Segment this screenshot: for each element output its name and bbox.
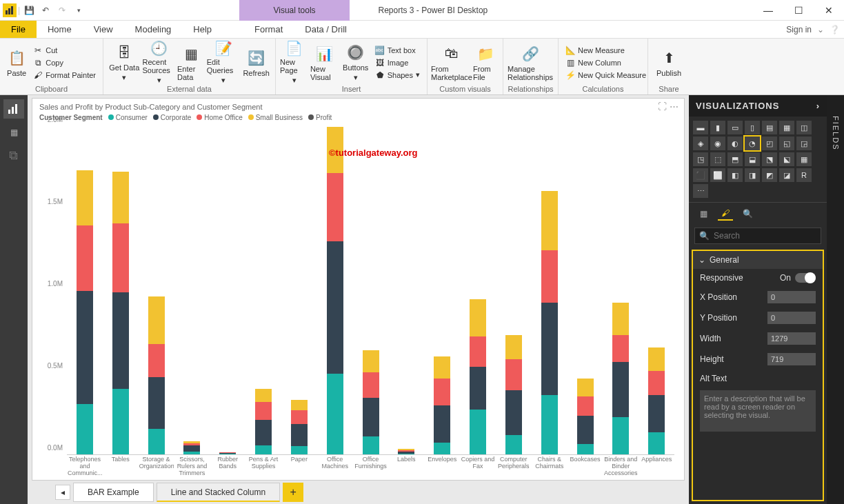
viz-type-0[interactable]: ▬ [693,121,708,134]
image-button[interactable]: 🖼Image [372,57,423,68]
get-data-button[interactable]: 🗄Get Data▾ [108,41,141,84]
publish-button[interactable]: ⬆Publish [652,41,685,84]
recent-sources-button[interactable]: 🕘Recent Sources▾ [143,41,177,84]
save-icon[interactable]: 💾 [21,3,37,18]
cut-button[interactable]: ✂Cut [30,45,99,56]
model-view-button[interactable]: ⿻ [3,146,24,165]
maximize-button[interactable]: ☐ [783,0,814,21]
modeling-tab[interactable]: Modeling [124,21,183,38]
viz-type-4[interactable]: ▤ [762,121,777,134]
chevron-down-icon[interactable]: ⌄ [817,25,824,34]
new-quick-measure-button[interactable]: ⚡New Quick Measure [563,70,649,81]
edit-queries-button[interactable]: 📝Edit Queries▾ [207,41,241,84]
more-options-icon[interactable]: ⋯ [670,101,679,112]
viz-type-24[interactable]: ◨ [745,168,760,182]
general-header[interactable]: ⌄General [693,251,823,269]
viz-type-25[interactable]: ◩ [762,168,777,182]
new-column-button[interactable]: ▥New Column [563,57,649,68]
view-tab[interactable]: View [83,21,124,38]
title-bar: | 💾 ↶ ↷ ▾ Visual tools Reports 3 - Power… [0,0,844,21]
chart-visual[interactable]: 0.0M0.5M1.0M1.5M2.0M Telephones and Comm… [39,127,677,477]
viz-type-16[interactable]: ⬒ [727,152,743,166]
viz-type-22[interactable]: ⬜ [710,168,725,182]
viz-type-17[interactable]: ⬓ [745,152,760,166]
viz-type-27[interactable]: R [796,168,812,182]
format-tab[interactable]: Format [243,21,294,38]
enter-data-button[interactable]: ▦Enter Data [177,41,205,84]
new-measure-button[interactable]: 📐New Measure [563,45,649,56]
buttons-button[interactable]: 🔘Buttons▾ [341,41,371,84]
format-painter-button[interactable]: 🖌Format Painter [30,70,99,81]
width-input[interactable] [767,332,816,345]
help-tab[interactable]: Help [182,21,223,38]
qat-customize-icon[interactable]: ▾ [71,3,86,18]
viz-type-5[interactable]: ▦ [779,121,794,134]
responsive-toggle[interactable] [795,273,816,283]
viz-type-6[interactable]: ◫ [796,121,812,134]
close-button[interactable]: ✕ [814,0,844,21]
redo-icon[interactable]: ↷ [54,3,70,18]
quick-access-toolbar: | 💾 ↶ ↷ ▾ [0,3,86,18]
report-canvas[interactable]: ⛶ ⋯ Sales and Profit by Product Sub-Cate… [32,98,685,481]
viz-type-12[interactable]: ◱ [779,137,794,150]
viz-type-15[interactable]: ⬚ [710,152,725,166]
paste-button[interactable]: 📋Paste [4,41,29,84]
viz-type-23[interactable]: ◧ [727,168,743,182]
fields-pane-collapsed[interactable]: FIELDS [827,95,844,504]
responsive-state: On [780,273,791,283]
file-tab[interactable]: File [0,21,37,38]
help-icon[interactable]: ❔ [830,25,840,34]
collapse-pane-icon[interactable]: › [816,101,820,111]
viz-type-20[interactable]: ▦ [796,152,812,166]
new-page-button[interactable]: 📄New Page▾ [280,41,309,84]
data-drill-tab[interactable]: Data / Drill [294,21,358,38]
edit-queries-icon: 📝 [214,40,233,57]
search-input[interactable] [714,231,816,241]
page-prev-button[interactable]: ◂ [55,485,70,500]
sign-in-link[interactable]: Sign in [786,25,812,34]
viz-type-28[interactable]: ⋯ [693,184,708,198]
xpos-input[interactable] [767,291,816,303]
report-view-button[interactable] [3,99,24,119]
from-marketplace-button[interactable]: 🛍From Marketplace [432,41,472,84]
focus-mode-icon[interactable]: ⛶ [658,101,667,112]
format-tool-icon[interactable]: 🖌 [718,207,733,221]
alt-text-input[interactable]: Enter a description that will be read by… [700,390,816,432]
page-tab-line-stacked[interactable]: Line and Stacked Column [157,483,280,502]
viz-type-13[interactable]: ◲ [796,137,812,150]
svg-rect-1 [8,8,10,14]
viz-type-26[interactable]: ◪ [779,168,794,182]
new-visual-button[interactable]: 📊New Visual [310,41,339,84]
home-tab[interactable]: Home [37,21,83,38]
add-page-button[interactable]: + [283,483,303,502]
viz-type-8[interactable]: ◉ [710,137,725,150]
format-search[interactable]: 🔍 [694,228,821,244]
viz-type-1[interactable]: ▮ [710,121,725,134]
refresh-button[interactable]: 🔄Refresh [241,41,271,84]
copy-icon: ⧉ [33,58,43,68]
viz-type-18[interactable]: ⬔ [762,152,777,166]
viz-type-14[interactable]: ◳ [693,152,708,166]
shapes-button[interactable]: ⬟Shapes ▾ [372,70,423,81]
fields-tool-icon[interactable]: ▦ [696,207,711,221]
minimize-button[interactable]: — [753,0,783,21]
viz-type-11[interactable]: ◰ [762,137,777,150]
page-tab-bar-example[interactable]: BAR Example [73,483,154,502]
manage-relationships-button[interactable]: 🔗Manage Relationships [508,41,554,84]
viz-type-3[interactable]: ▯ [745,121,760,134]
text-box-button[interactable]: 🔤Text box [372,45,423,56]
viz-type-7[interactable]: ◈ [693,137,708,150]
viz-type-9[interactable]: ◐ [727,137,743,150]
ypos-input[interactable] [767,312,816,324]
data-view-button[interactable]: ▦ [3,123,24,142]
undo-icon[interactable]: ↶ [38,3,53,18]
viz-type-2[interactable]: ▭ [727,121,743,134]
viz-type-21[interactable]: ⬛ [693,168,708,182]
height-input[interactable] [767,353,816,365]
viz-type-19[interactable]: ⬕ [779,152,794,166]
viz-type-10[interactable]: ◔ [745,137,760,150]
from-file-button[interactable]: 📁From File [473,41,499,84]
marketplace-icon: 🛍 [442,44,461,63]
analytics-tool-icon[interactable]: 🔍 [740,207,755,221]
copy-button[interactable]: ⧉Copy [30,57,99,68]
